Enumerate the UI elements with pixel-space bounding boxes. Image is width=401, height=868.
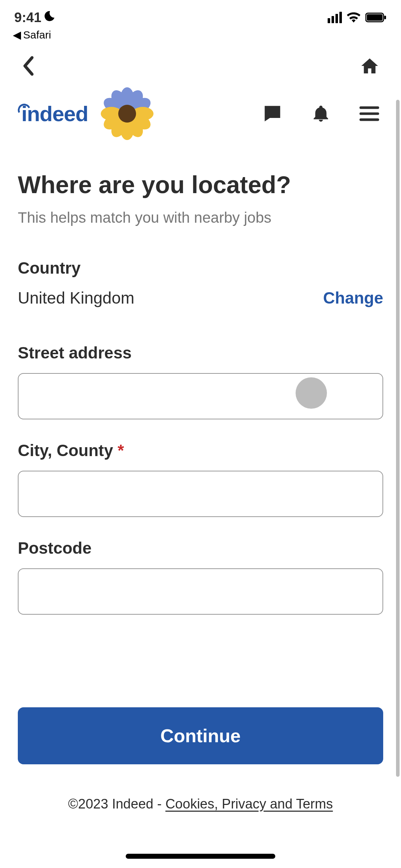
- back-button[interactable]: [21, 55, 36, 78]
- home-button[interactable]: [360, 56, 380, 77]
- brand-row: indeed: [0, 85, 401, 149]
- notifications-icon[interactable]: [311, 103, 330, 124]
- scrollbar[interactable]: [396, 100, 400, 777]
- footer-links[interactable]: Cookies, Privacy and Terms: [165, 796, 333, 811]
- cellular-signal-icon: [328, 12, 342, 23]
- country-label: Country: [18, 258, 383, 278]
- postcode-group: Postcode: [18, 538, 383, 615]
- svg-rect-1: [367, 14, 382, 21]
- city-county-input[interactable]: [18, 471, 383, 517]
- status-time: 9:41: [14, 10, 41, 25]
- svg-rect-2: [384, 16, 386, 19]
- page-subtitle: This helps match you with nearby jobs: [18, 209, 383, 226]
- messages-icon[interactable]: [262, 103, 283, 124]
- city-county-label-text: City, County: [18, 441, 113, 460]
- change-country-link[interactable]: Change: [323, 288, 383, 308]
- city-county-label: City, County *: [18, 441, 383, 460]
- sunflower-icon: [102, 89, 152, 139]
- app-nav: [0, 45, 401, 85]
- safari-back-label: Safari: [23, 29, 51, 41]
- status-bar: 9:41: [0, 0, 401, 29]
- postcode-input[interactable]: [18, 568, 383, 615]
- footer: ©2023 Indeed - Cookies, Privacy and Term…: [0, 796, 401, 812]
- indeed-logo[interactable]: indeed: [21, 102, 88, 126]
- caret-left-icon: ◀: [13, 29, 21, 41]
- required-star-icon: *: [118, 441, 124, 460]
- page-title: Where are you located?: [18, 171, 383, 198]
- battery-icon: [365, 12, 387, 23]
- home-indicator[interactable]: [126, 854, 275, 859]
- safari-back-link[interactable]: ◀ Safari: [0, 29, 401, 45]
- wifi-icon: [347, 12, 360, 23]
- footer-copyright: ©2023 Indeed -: [68, 796, 165, 811]
- street-address-group: Street address: [18, 343, 383, 419]
- main-content: Where are you located? This helps match …: [0, 149, 401, 615]
- do-not-disturb-icon: [43, 10, 56, 25]
- touch-indicator: [296, 377, 327, 409]
- city-county-group: City, County *: [18, 441, 383, 517]
- continue-button[interactable]: Continue: [18, 707, 383, 764]
- menu-icon[interactable]: [359, 105, 380, 122]
- street-address-input[interactable]: [18, 373, 383, 419]
- postcode-label: Postcode: [18, 538, 383, 558]
- street-address-label: Street address: [18, 343, 383, 362]
- country-value: United Kingdom: [18, 288, 134, 308]
